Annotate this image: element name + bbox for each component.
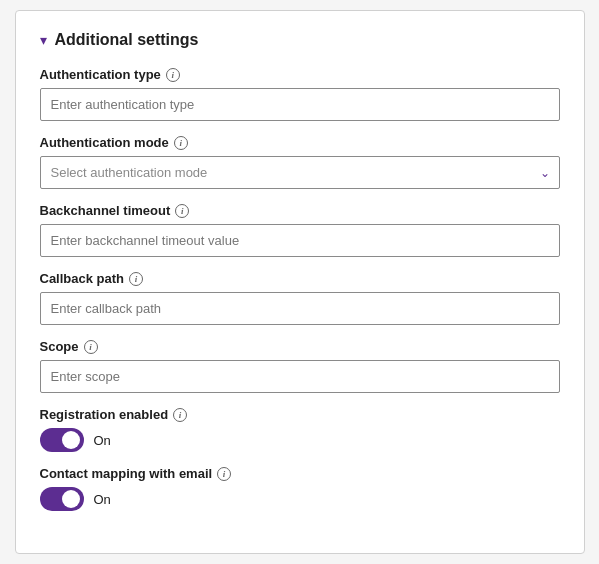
auth-type-label: Authentication type i — [40, 67, 560, 82]
additional-settings-card: ▾ Additional settings Authentication typ… — [15, 10, 585, 554]
callback-path-info-icon[interactable]: i — [129, 272, 143, 286]
contact-mapping-toggle-label: On — [94, 492, 111, 507]
registration-enabled-toggle[interactable] — [40, 428, 84, 452]
auth-mode-select-wrapper: Select authentication mode ⌄ — [40, 156, 560, 189]
registration-enabled-toggle-row: On — [40, 428, 560, 452]
callback-path-field: Callback path i — [40, 271, 560, 325]
auth-mode-label: Authentication mode i — [40, 135, 560, 150]
backchannel-timeout-label: Backchannel timeout i — [40, 203, 560, 218]
scope-info-icon[interactable]: i — [84, 340, 98, 354]
scope-label: Scope i — [40, 339, 560, 354]
registration-enabled-info-icon[interactable]: i — [173, 408, 187, 422]
scope-input[interactable] — [40, 360, 560, 393]
auth-type-input[interactable] — [40, 88, 560, 121]
backchannel-timeout-info-icon[interactable]: i — [175, 204, 189, 218]
contact-mapping-toggle[interactable] — [40, 487, 84, 511]
auth-mode-select[interactable]: Select authentication mode — [40, 156, 560, 189]
auth-type-field: Authentication type i — [40, 67, 560, 121]
callback-path-input[interactable] — [40, 292, 560, 325]
registration-enabled-field: Registration enabled i On — [40, 407, 560, 452]
backchannel-timeout-input[interactable] — [40, 224, 560, 257]
auth-mode-field: Authentication mode i Select authenticat… — [40, 135, 560, 189]
callback-path-label: Callback path i — [40, 271, 560, 286]
registration-enabled-label: Registration enabled i — [40, 407, 560, 422]
section-title: Additional settings — [55, 31, 199, 49]
backchannel-timeout-field: Backchannel timeout i — [40, 203, 560, 257]
contact-mapping-label: Contact mapping with email i — [40, 466, 560, 481]
section-header: ▾ Additional settings — [40, 31, 560, 49]
scope-field: Scope i — [40, 339, 560, 393]
collapse-chevron-icon[interactable]: ▾ — [40, 32, 47, 48]
auth-type-info-icon[interactable]: i — [166, 68, 180, 82]
contact-mapping-toggle-row: On — [40, 487, 560, 511]
auth-mode-info-icon[interactable]: i — [174, 136, 188, 150]
contact-mapping-info-icon[interactable]: i — [217, 467, 231, 481]
contact-mapping-field: Contact mapping with email i On — [40, 466, 560, 511]
registration-enabled-toggle-label: On — [94, 433, 111, 448]
